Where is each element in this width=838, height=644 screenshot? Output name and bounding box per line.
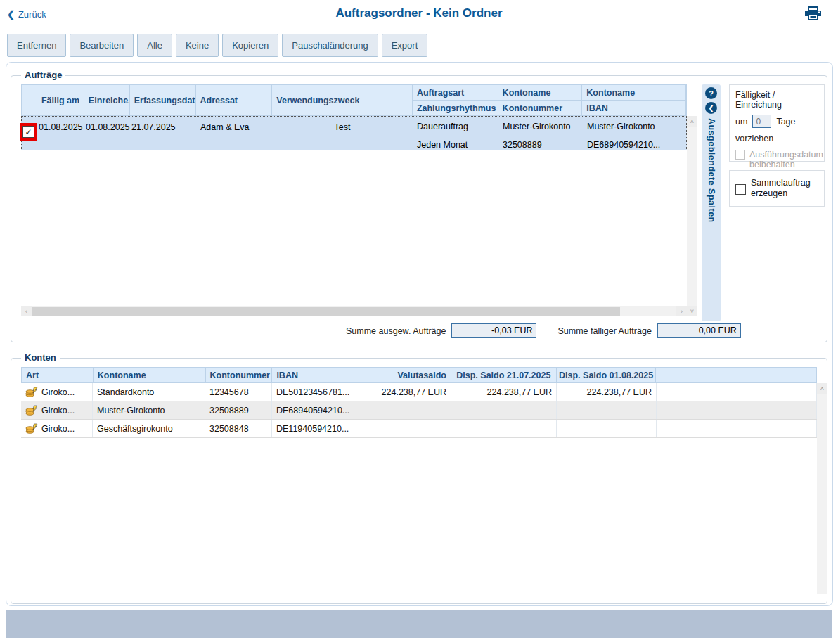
- cell-kontoname-kontonummer: Muster-Girokonto 32508889: [498, 116, 583, 150]
- sammelauftrag-checkbox[interactable]: [735, 184, 746, 195]
- export-button[interactable]: Export: [382, 34, 428, 57]
- cell-verwendungszweck: Test: [272, 116, 413, 150]
- bottom-bar: Einreichen: [6, 610, 832, 638]
- cell-kontoname: Muster-Girokonto: [93, 401, 205, 419]
- column-header-disp-saldo-2[interactable]: Disp. Saldo 01.08.2025: [557, 368, 657, 382]
- horizontal-scrollbar-thumb[interactable]: [32, 307, 620, 316]
- column-header-disp-saldo-1[interactable]: Disp. Saldo 21.07.2025: [451, 368, 557, 382]
- sum-due-label: Summe fälliger Aufträge: [557, 326, 651, 336]
- ausfuehrungsdatum-checkbox: [735, 150, 745, 160]
- cell-disp-saldo-2: [557, 401, 657, 419]
- cell-disp-saldo-1: [451, 401, 557, 419]
- cell-kontoname: Geschäftsgirokonto: [93, 420, 205, 437]
- faelligkeit-box: Fälligkeit / Einreichung um Tage vorzieh…: [729, 84, 825, 162]
- vorziehen-label: vorziehen: [735, 134, 818, 143]
- cell-disp-saldo-2: [557, 420, 657, 437]
- page-title: Auftragsordner - Kein Ordner: [0, 6, 838, 20]
- column-header-einreichedatum[interactable]: Einreiche...: [84, 85, 130, 115]
- hidden-columns-label: Ausgeblendete Spalten: [707, 118, 716, 223]
- cell-valutasaldo: 224.238,77 EUR: [356, 383, 451, 401]
- cell-art: Giroko...: [21, 401, 93, 419]
- konto-row[interactable]: Giroko... Standardkonto 12345678 DE50123…: [21, 383, 817, 401]
- cell-erfassungsdatum: 21.07.2025: [129, 116, 195, 150]
- auftraege-table-body: ✓ 01.08.2025 01.08.2025 21.07.2025 Adam …: [21, 116, 687, 306]
- cell-iban: DE11940594210...: [272, 420, 356, 437]
- auftrag-row[interactable]: ✓ 01.08.2025 01.08.2025 21.07.2025 Adam …: [21, 116, 687, 150]
- cell-art: Giroko...: [21, 383, 93, 401]
- vertical-scrollbar[interactable]: ˄ ˅: [687, 116, 697, 316]
- copy-button[interactable]: Kopieren: [222, 34, 278, 57]
- cell-empty: [657, 383, 817, 401]
- cell-faellig-am: 01.08.2025: [37, 116, 84, 150]
- cell-valutasaldo: [356, 420, 451, 437]
- column-header-kontoname-iban[interactable]: Kontoname IBAN: [582, 85, 664, 115]
- girokonto-icon: [25, 387, 38, 397]
- cell-kontonummer: 12345678: [205, 383, 272, 401]
- auftraege-table: Fällig am ▲ Einreiche... Erfassungsdat..…: [21, 84, 687, 306]
- scroll-up-button[interactable]: ˄: [817, 383, 827, 394]
- hidden-columns-tab[interactable]: ? ❮ Ausgeblendete Spalten: [702, 84, 721, 321]
- column-header-verwendungszweck[interactable]: Verwendungszweck: [272, 85, 413, 115]
- sum-selected-label: Summe ausgew. Aufträge: [346, 326, 446, 336]
- tage-label: Tage: [776, 117, 795, 127]
- cell-einreichedatum: 01.08.2025: [84, 116, 129, 150]
- cell-auftragsart-zahlungsrhythmus: Dauerauftrag Jeden Monat: [413, 116, 498, 150]
- column-header-auftragsart-zahlungsrhythmus[interactable]: Auftragsart Zahlungsrhythmus: [413, 85, 498, 115]
- column-header-kontoname-kontonummer[interactable]: Kontoname Kontonummer: [498, 85, 583, 115]
- column-header-faellig-am[interactable]: Fällig am ▲: [37, 85, 84, 115]
- bulk-change-button[interactable]: Pauschaländerung: [282, 34, 378, 57]
- cell-empty: [657, 420, 817, 437]
- scroll-down-button[interactable]: ˅: [687, 306, 697, 316]
- scroll-up-button[interactable]: ˄: [687, 116, 697, 127]
- cell-art: Giroko...: [21, 420, 93, 437]
- column-header-empty: [664, 85, 686, 115]
- tage-input[interactable]: [752, 115, 771, 128]
- help-icon[interactable]: ?: [705, 87, 717, 99]
- cell-disp-saldo-1: 224.238,77 EUR: [451, 383, 557, 401]
- scroll-right-button[interactable]: ›: [676, 306, 687, 316]
- ausfuehrungsdatum-option: Ausführungsdatum beibehalten: [735, 150, 818, 169]
- app-window: ❮ Zurück Auftragsordner - Kein Ordner En…: [0, 0, 838, 644]
- main-panel: Aufträge Fällig am ▲ Einreiche... Erfass…: [6, 62, 833, 606]
- column-header-iban[interactable]: IBAN: [272, 368, 356, 382]
- um-label: um: [735, 117, 747, 127]
- faelligkeit-title: Fälligkeit / Einreichung: [735, 90, 818, 110]
- edit-button[interactable]: Bearbeiten: [70, 34, 134, 57]
- cell-empty: [657, 401, 817, 419]
- column-header-empty: [656, 368, 816, 382]
- konten-vertical-scrollbar[interactable]: ˄: [817, 383, 827, 594]
- column-header-art[interactable]: Art: [22, 368, 94, 382]
- window-scrollbar-track[interactable]: [834, 62, 837, 606]
- cell-empty: [665, 116, 687, 150]
- column-header-kontoname[interactable]: Kontoname: [94, 368, 206, 382]
- remove-button[interactable]: Entfernen: [7, 34, 66, 57]
- cell-disp-saldo-2: 224.238,77 EUR: [557, 383, 657, 401]
- auftraege-table-header: Fällig am ▲ Einreiche... Erfassungsdat..…: [21, 84, 687, 116]
- row-checkbox-cell: ✓: [21, 116, 37, 150]
- konto-row[interactable]: Giroko... Geschäftsgirokonto 32508848 DE…: [21, 420, 817, 438]
- select-none-button[interactable]: Keine: [176, 34, 219, 57]
- konto-row[interactable]: Giroko... Muster-Girokonto 32508889 DE68…: [21, 401, 817, 420]
- row-checkbox[interactable]: ✓: [22, 126, 34, 138]
- cell-disp-saldo-1: [451, 420, 557, 437]
- cell-kontoname: Standardkonto: [93, 383, 205, 401]
- collapse-icon[interactable]: ❮: [705, 102, 717, 114]
- konten-legend: Konten: [21, 352, 60, 363]
- column-header-adressat[interactable]: Adressat: [196, 85, 273, 115]
- highlight-annotation: ✓: [20, 123, 37, 141]
- sammelauftrag-box: Sammelauftrag erzeugen: [729, 170, 825, 207]
- column-header-erfassungsdatum[interactable]: Erfassungsdat...: [130, 85, 196, 115]
- column-header-kontonummer[interactable]: Kontonummer: [206, 368, 273, 382]
- horizontal-scrollbar[interactable]: ‹ ›: [21, 306, 687, 316]
- column-checkbox-spacer: [22, 85, 37, 115]
- auftraege-legend: Aufträge: [21, 70, 65, 80]
- sum-selected-value: -0,03 EUR: [451, 323, 536, 338]
- konten-table: Art Kontoname Kontonummer IBAN Valutasal…: [21, 367, 817, 438]
- select-all-button[interactable]: Alle: [137, 34, 172, 57]
- toolbar: Entfernen Bearbeiten Alle Keine Kopieren…: [7, 34, 427, 57]
- column-header-valutasaldo[interactable]: Valutasaldo: [356, 368, 451, 382]
- cell-iban: DE50123456781...: [272, 383, 356, 401]
- print-button[interactable]: [805, 6, 821, 23]
- sum-due-value: 0,00 EUR: [657, 323, 741, 338]
- scroll-left-button[interactable]: ‹: [21, 306, 32, 316]
